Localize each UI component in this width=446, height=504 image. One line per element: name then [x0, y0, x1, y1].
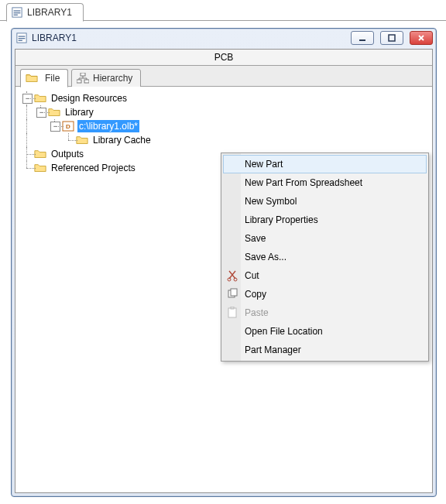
pcb-header: PCB [15, 50, 432, 66]
menu-item-save[interactable]: Save [223, 229, 427, 248]
window-icon [16, 33, 27, 43]
menu-item-new-symbol[interactable]: New Symbol [223, 192, 427, 211]
tree-label: Library Cache [91, 134, 153, 146]
tab-file[interactable]: File [20, 69, 68, 87]
menu-item-label: Save [245, 233, 266, 244]
svg-rect-18 [231, 289, 237, 296]
svg-rect-5 [19, 36, 26, 36]
document-tabbar: LIBRARY1 [0, 0, 446, 21]
minimize-button[interactable] [351, 31, 374, 45]
menu-item-label: New Symbol [245, 196, 297, 207]
pcb-label: PCB [214, 52, 234, 63]
svg-rect-7 [19, 40, 22, 41]
menu-item-label: Part Manager [245, 345, 301, 355]
tree-node-design-resources[interactable]: − Design Resources [20, 91, 432, 105]
menu-item-part-manager[interactable]: Part Manager [223, 341, 427, 359]
menu-item-label: Copy [245, 289, 266, 300]
hierarchy-icon [77, 73, 89, 84]
maximize-button[interactable] [380, 31, 403, 45]
menu-item-label: Paste [245, 307, 269, 318]
tree-node-library-cache[interactable]: Library Cache [20, 133, 432, 147]
folder-icon [34, 93, 46, 104]
menu-item-paste: Paste [223, 303, 427, 322]
menu-item-label: New Part [245, 159, 283, 170]
project-tabbar: File Hierarchy [15, 66, 432, 87]
menu-item-copy[interactable]: Copy [223, 285, 427, 303]
folder-icon [34, 163, 46, 173]
window-title: LIBRARY1 [32, 33, 77, 43]
menu-item-new-part-from-spreadsheet[interactable]: New Part From Spreadsheet [223, 173, 427, 192]
expander-icon[interactable]: − [36, 108, 46, 118]
svg-rect-3 [14, 15, 18, 15]
paste-icon [226, 307, 238, 319]
menu-item-label: Save As... [245, 252, 286, 262]
library-file-icon: D [62, 121, 74, 132]
svg-text:D: D [66, 123, 70, 130]
tree-label-selected: c:\library1.olb* [77, 120, 139, 132]
tab-hierarchy-label: Hierarchy [93, 73, 132, 84]
tree-node-olb-file[interactable]: − D c:\library1.olb* [20, 119, 432, 133]
menu-item-label: Library Properties [245, 214, 318, 225]
document-tab-library1[interactable]: LIBRARY1 [6, 3, 84, 22]
folder-icon [34, 149, 46, 159]
menu-item-cut[interactable]: Cut [223, 266, 427, 285]
menu-item-label: New Part From Spreadsheet [245, 177, 362, 188]
menu-item-label: Open File Location [245, 326, 323, 337]
document-tab-label: LIBRARY1 [27, 7, 72, 18]
tab-hierarchy[interactable]: Hierarchy [71, 69, 141, 87]
document-icon [12, 7, 22, 18]
folder-icon [76, 135, 88, 146]
svg-rect-12 [84, 80, 89, 83]
tree-label: Design Resources [50, 92, 129, 105]
tree-label: Outputs [50, 148, 85, 160]
svg-rect-6 [19, 38, 26, 39]
expander-icon[interactable]: − [22, 94, 33, 104]
tab-file-label: File [45, 73, 60, 84]
context-menu: New Part New Part From Spreadsheet New S… [221, 153, 429, 362]
close-button[interactable] [410, 31, 433, 45]
svg-rect-10 [81, 73, 85, 76]
svg-rect-20 [231, 307, 234, 309]
menu-item-open-file-location[interactable]: Open File Location [223, 322, 427, 341]
tree-node-library[interactable]: − Library [20, 105, 432, 119]
window-titlebar[interactable]: LIBRARY1 [12, 29, 436, 47]
svg-rect-9 [389, 35, 395, 41]
tree-label: Library [63, 106, 95, 118]
svg-rect-19 [228, 308, 236, 317]
svg-rect-1 [14, 10, 21, 11]
copy-icon [226, 288, 238, 300]
menu-item-new-part[interactable]: New Part [223, 155, 427, 173]
svg-rect-2 [14, 12, 21, 13]
svg-rect-11 [77, 80, 81, 83]
folder-icon [48, 107, 60, 118]
cut-icon [226, 269, 238, 282]
tree-label: Referenced Projects [50, 162, 137, 174]
menu-item-label: Cut [245, 270, 259, 281]
expander-icon[interactable]: − [50, 122, 60, 132]
svg-rect-8 [359, 39, 365, 41]
folder-icon [26, 73, 38, 84]
menu-item-save-as[interactable]: Save As... [223, 248, 427, 266]
menu-item-library-properties[interactable]: Library Properties [223, 211, 427, 229]
